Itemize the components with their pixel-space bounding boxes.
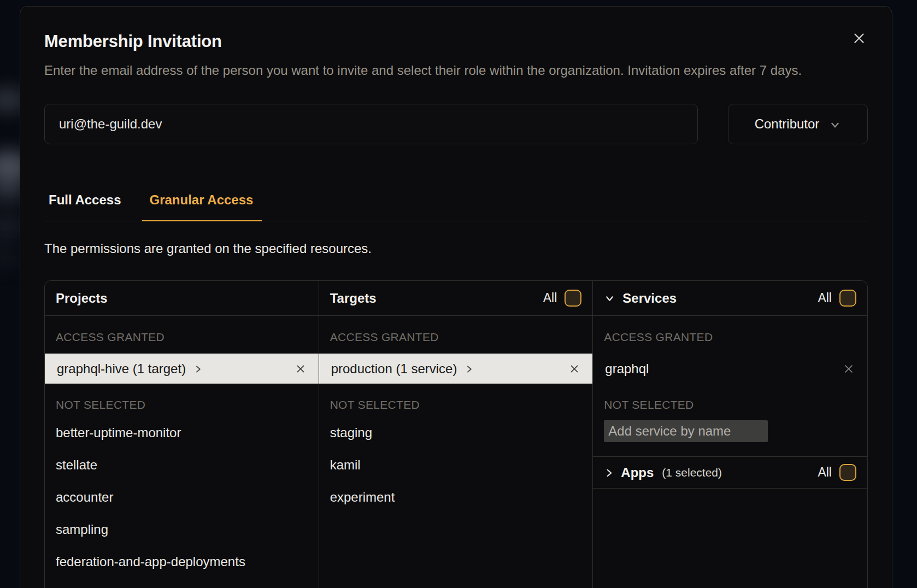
invite-form-row: Contributor [44, 104, 868, 144]
target-item[interactable]: experiment [319, 481, 593, 513]
targets-all-group: All [543, 290, 582, 307]
apps-selected-count: (1 selected) [662, 466, 722, 479]
targets-all-checkbox[interactable] [565, 290, 581, 307]
services-not-selected-label: NOT SELECTED [604, 398, 856, 411]
targets-access-granted-label: ACCESS GRANTED [330, 331, 582, 344]
project-item[interactable]: federation-and-app-deployments [45, 545, 319, 578]
projects-column: Projects ACCESS GRANTED graphql-hive (1 … [45, 281, 319, 588]
service-granted-row[interactable]: graphql [593, 354, 867, 384]
project-selected-row[interactable]: graphql-hive (1 target) [45, 354, 319, 384]
targets-not-selected-label: NOT SELECTED [330, 398, 582, 411]
services-empty-area [593, 489, 867, 588]
dialog-title: Membership Invitation [44, 32, 868, 51]
services-all-label: All [818, 291, 832, 305]
target-selected-row[interactable]: production (1 service) [319, 354, 593, 384]
services-column-title: Services [622, 291, 677, 306]
chevron-right-icon [604, 468, 614, 478]
projects-column-body: ACCESS GRANTED graphql-hive (1 target) N… [45, 316, 319, 578]
membership-invitation-dialog: Membership Invitation Enter the email ad… [20, 6, 892, 588]
resources-table: Projects ACCESS GRANTED graphql-hive (1 … [44, 280, 868, 588]
chevron-right-icon [193, 364, 203, 374]
targets-all-label: All [543, 291, 557, 305]
apps-row[interactable]: Apps (1 selected) All [593, 457, 867, 489]
targets-column-title: Targets [330, 291, 377, 306]
apps-all-label: All [818, 465, 832, 480]
x-mark-icon [842, 362, 855, 375]
apps-row-title: Apps [621, 465, 654, 480]
background-blur-smudge [0, 247, 22, 269]
remove-project-button[interactable] [295, 363, 307, 375]
permissions-note: The permissions are granted on the speci… [44, 241, 868, 256]
chevron-right-icon [465, 364, 474, 374]
x-mark-icon [568, 363, 580, 375]
x-mark-icon [295, 363, 307, 375]
target-selected-label: production (1 service) [331, 361, 457, 377]
target-item[interactable]: kamil [319, 449, 593, 481]
projects-not-selected-label: NOT SELECTED [56, 398, 308, 411]
target-item[interactable]: staging [319, 416, 593, 449]
project-item[interactable]: better-uptime-monitor [45, 416, 319, 449]
apps-all-checkbox[interactable] [839, 464, 856, 481]
add-service-input[interactable] [604, 420, 768, 442]
service-granted-label: graphql [605, 361, 649, 377]
services-column: Services All ACCESS GRANTED graphql NOT [593, 281, 867, 588]
remove-service-button[interactable] [842, 362, 855, 375]
chevron-down-icon [604, 293, 615, 304]
projects-not-selected-list: better-uptime-monitor stellate accounter… [45, 416, 319, 578]
apps-all-group: All [818, 464, 856, 481]
close-button[interactable] [848, 27, 870, 49]
projects-column-title: Projects [56, 291, 108, 306]
services-all-checkbox[interactable] [839, 290, 856, 307]
tab-full-access[interactable]: Full Access [44, 188, 126, 221]
project-item[interactable]: accounter [45, 481, 319, 513]
role-select[interactable]: Contributor [728, 104, 868, 144]
chevron-down-icon [829, 119, 841, 131]
remove-target-button[interactable] [568, 363, 580, 375]
project-item[interactable]: sampling [45, 513, 319, 545]
targets-column-body: ACCESS GRANTED production (1 service) NO… [319, 316, 593, 513]
project-selected-label: graphql-hive (1 target) [57, 361, 186, 377]
project-item[interactable]: stellate [45, 449, 319, 481]
services-all-group: All [818, 290, 856, 307]
close-icon [851, 30, 867, 46]
role-select-value: Contributor [755, 116, 820, 132]
access-tabs: Full Access Granular Access [44, 188, 868, 221]
dialog-description: Enter the email address of the person yo… [44, 60, 823, 81]
services-cell: ACCESS GRANTED graphql NOT SELECTED [593, 316, 867, 457]
email-input[interactable] [44, 104, 698, 144]
tab-granular-access[interactable]: Granular Access [145, 188, 258, 221]
services-column-header[interactable]: Services All [593, 281, 867, 316]
targets-column: Targets All ACCESS GRANTED production (1… [319, 281, 593, 588]
services-access-granted-label: ACCESS GRANTED [604, 331, 856, 344]
targets-not-selected-list: staging kamil experiment [319, 416, 593, 513]
projects-column-header: Projects [45, 281, 319, 316]
targets-column-header: Targets All [319, 281, 593, 316]
projects-access-granted-label: ACCESS GRANTED [56, 331, 308, 344]
